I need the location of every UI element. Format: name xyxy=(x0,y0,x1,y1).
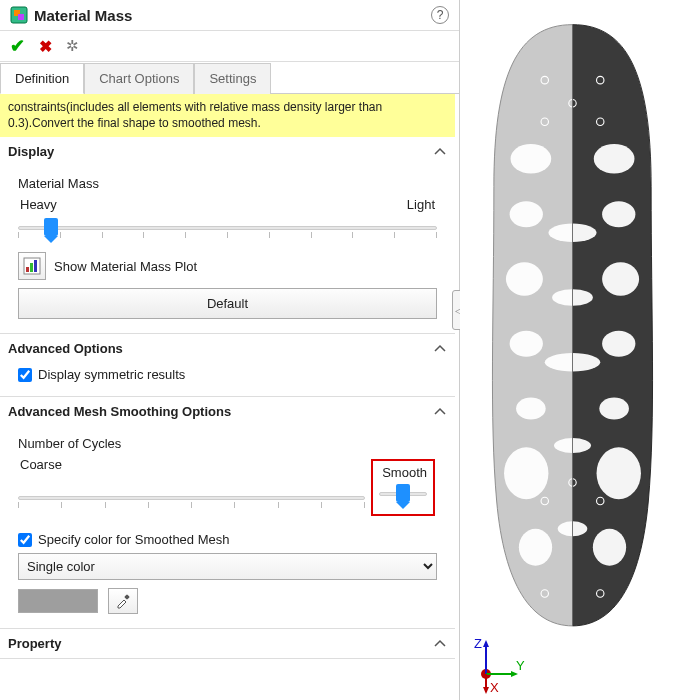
section-advanced-title: Advanced Options xyxy=(8,341,123,356)
svg-point-27 xyxy=(593,529,626,566)
svg-rect-6 xyxy=(34,260,37,272)
section-advanced: Advanced Options Display symmetric resul… xyxy=(0,334,455,397)
svg-point-26 xyxy=(519,529,552,566)
svg-point-15 xyxy=(506,262,543,295)
tab-chart-options[interactable]: Chart Options xyxy=(84,63,194,94)
symmetric-checkbox-row[interactable]: Display symmetric results xyxy=(18,367,437,382)
default-button[interactable]: Default xyxy=(18,288,437,319)
svg-point-19 xyxy=(602,331,635,357)
smooth-slider[interactable] xyxy=(18,488,365,514)
chevron-up-icon xyxy=(433,145,447,159)
svg-rect-5 xyxy=(30,263,33,272)
cycles-label: Number of Cycles xyxy=(18,436,437,451)
section-property: Property xyxy=(0,629,455,659)
svg-point-18 xyxy=(510,331,543,357)
axis-x-label: X xyxy=(490,680,499,694)
svg-point-21 xyxy=(516,397,546,419)
pin-button[interactable]: ✲ xyxy=(66,37,79,55)
material-mass-icon xyxy=(10,6,28,24)
tab-bar: Definition Chart Options Settings xyxy=(0,62,459,94)
slider-smooth-label: Smooth xyxy=(379,465,427,480)
specify-color-label: Specify color for Smoothed Mesh xyxy=(38,532,229,547)
svg-point-12 xyxy=(510,201,543,227)
axis-y-label: Y xyxy=(516,658,525,673)
eyedropper-icon xyxy=(115,593,131,609)
svg-point-23 xyxy=(504,447,548,499)
section-display: Display Material Mass Heavy Light xyxy=(0,137,455,334)
slider-heavy-label: Heavy xyxy=(20,197,57,212)
section-display-header[interactable]: Display xyxy=(0,137,455,166)
section-mesh-title: Advanced Mesh Smoothing Options xyxy=(8,404,231,419)
section-property-title: Property xyxy=(8,636,61,651)
specify-color-checkbox[interactable] xyxy=(18,533,32,547)
panel-header: Material Mass ? xyxy=(0,0,459,31)
slider-light-label: Light xyxy=(407,197,435,212)
view-triad[interactable]: Z Y X xyxy=(466,634,526,694)
smooth-slider-end[interactable] xyxy=(379,484,427,510)
section-mesh-header[interactable]: Advanced Mesh Smoothing Options xyxy=(0,397,455,426)
section-property-header[interactable]: Property xyxy=(0,629,455,658)
svg-point-24 xyxy=(597,447,641,499)
chevron-up-icon xyxy=(433,405,447,419)
svg-rect-7 xyxy=(124,594,130,600)
specify-color-row[interactable]: Specify color for Smoothed Mesh xyxy=(18,532,437,547)
svg-point-10 xyxy=(511,144,552,174)
color-swatch[interactable] xyxy=(18,589,98,613)
section-display-title: Display xyxy=(8,144,54,159)
section-advanced-header[interactable]: Advanced Options xyxy=(0,334,455,363)
mass-slider[interactable] xyxy=(18,218,437,244)
smooth-slider-thumb[interactable] xyxy=(396,484,410,502)
svg-rect-2 xyxy=(18,14,24,20)
show-plot-label: Show Material Mass Plot xyxy=(54,259,197,274)
tab-settings[interactable]: Settings xyxy=(194,63,271,94)
svg-rect-4 xyxy=(26,267,29,272)
cancel-button[interactable]: ✖ xyxy=(39,37,52,56)
section-mesh: Advanced Mesh Smoothing Options Number o… xyxy=(0,397,455,629)
axis-z-label: Z xyxy=(474,636,482,651)
display-subtitle: Material Mass xyxy=(18,176,437,191)
tab-definition[interactable]: Definition xyxy=(0,63,84,94)
color-mode-select[interactable]: Single color xyxy=(18,553,437,580)
eyedropper-button[interactable] xyxy=(108,588,138,614)
graphics-view[interactable]: Z Y X xyxy=(460,0,679,700)
panel-body[interactable]: constraints(includes all elements with r… xyxy=(0,94,459,700)
smooth-highlight: Smooth xyxy=(371,459,435,516)
svg-point-22 xyxy=(599,397,629,419)
symmetric-label: Display symmetric results xyxy=(38,367,185,382)
show-plot-button[interactable] xyxy=(18,252,46,280)
svg-marker-46 xyxy=(483,687,489,694)
help-icon[interactable]: ? xyxy=(431,6,449,24)
svg-marker-42 xyxy=(483,640,489,647)
ok-button[interactable]: ✔ xyxy=(10,35,25,57)
svg-point-16 xyxy=(602,262,639,295)
svg-point-13 xyxy=(602,201,635,227)
chevron-up-icon xyxy=(433,637,447,651)
confirm-toolbar: ✔ ✖ ✲ xyxy=(0,31,459,62)
plot-icon xyxy=(23,257,41,275)
mass-slider-thumb[interactable] xyxy=(44,218,58,236)
info-note: constraints(includes all elements with r… xyxy=(0,94,455,137)
model-geometry xyxy=(480,20,665,631)
chevron-up-icon xyxy=(433,342,447,356)
panel-title: Material Mass xyxy=(34,7,431,24)
property-panel: Material Mass ? ✔ ✖ ✲ Definition Chart O… xyxy=(0,0,460,700)
svg-point-11 xyxy=(594,144,635,174)
symmetric-checkbox[interactable] xyxy=(18,368,32,382)
